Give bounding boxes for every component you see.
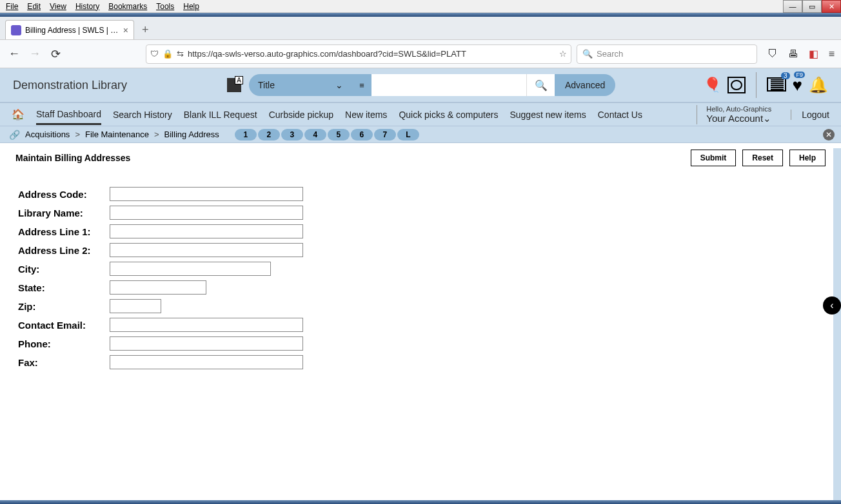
nav-suggest[interactable]: Suggest new items	[510, 110, 586, 120]
reset-button[interactable]: Reset	[742, 150, 783, 166]
breadcrumb-separator: >	[154, 130, 159, 139]
app-header: Demonstration Library Title ⌄ ≡ 🔍 Advanc…	[0, 68, 841, 103]
chevron-down-icon: ⌄	[335, 80, 343, 90]
language-icon[interactable]	[227, 78, 241, 92]
separator	[756, 72, 757, 98]
catalog-search-button[interactable]: 🔍	[526, 74, 555, 96]
browser-menubar: File Edit View History Bookmarks Tools H…	[0, 0, 841, 13]
input-library-name[interactable]	[110, 206, 303, 220]
collapse-panel-button[interactable]: ‹	[823, 296, 841, 315]
account-greeting: Hello, Auto-Graphics	[706, 105, 771, 113]
nav-curbside[interactable]: Curbside pickup	[269, 110, 333, 120]
list-badge: 3	[781, 72, 790, 79]
pagination-pills: 1 2 3 4 5 6 7 L	[235, 129, 419, 141]
page-5[interactable]: 5	[328, 129, 350, 141]
catalog-search-group: Title ⌄ ≡ 🔍 Advanced	[249, 74, 615, 96]
pocket-icon[interactable]: ⛉	[767, 48, 778, 60]
browser-search-box[interactable]: 🔍 Search	[577, 44, 757, 64]
breadcrumb-billing-address[interactable]: Billing Address	[164, 130, 219, 139]
input-city[interactable]	[110, 262, 271, 276]
nav-reload-button[interactable]: ⟳	[48, 47, 63, 61]
menu-history[interactable]: History	[71, 2, 104, 11]
help-button[interactable]: Help	[789, 150, 826, 166]
label-state: State:	[18, 282, 110, 293]
input-zip[interactable]	[110, 299, 161, 313]
advanced-search-button[interactable]: Advanced	[555, 74, 615, 96]
database-icon[interactable]: ≡	[352, 74, 371, 96]
page-3[interactable]: 3	[281, 129, 303, 141]
breadcrumb-separator: >	[75, 130, 80, 139]
page-4[interactable]: 4	[304, 129, 326, 141]
logout-link[interactable]: Logout	[791, 110, 829, 120]
window-maximize-button[interactable]: ▭	[802, 0, 822, 13]
url-bar[interactable]: 🛡 🔒 ⇆ https://qa-swls-verso.auto-graphic…	[146, 44, 571, 64]
nav-contact[interactable]: Contact Us	[598, 110, 642, 120]
input-address1[interactable]	[110, 224, 303, 238]
nav-search-history[interactable]: Search History	[113, 110, 172, 120]
close-icon[interactable]: ✕	[823, 129, 835, 141]
hamburger-menu-icon[interactable]: ≡	[829, 48, 835, 60]
tab-bar: Billing Address | SWLS | platt | A × +	[0, 17, 841, 40]
tab-close-icon[interactable]: ×	[123, 25, 128, 35]
new-tab-button[interactable]: +	[137, 21, 154, 39]
shield-icon[interactable]: 🛡	[150, 49, 159, 59]
bookmark-star-icon[interactable]: ☆	[559, 49, 567, 59]
catalog-search-input[interactable]	[371, 74, 526, 96]
right-edge	[833, 148, 841, 500]
breadcrumb-file-maintenance[interactable]: File Maintenance	[85, 130, 149, 139]
film-icon[interactable]	[727, 77, 746, 93]
search-scope-label: Title	[258, 80, 275, 90]
breadcrumb: 🔗 Acquisitions > File Maintenance > Bill…	[0, 126, 841, 143]
url-text: https://qa-swls-verso.auto-graphics.com/…	[188, 49, 555, 59]
page-1[interactable]: 1	[235, 129, 257, 141]
bell-icon[interactable]: 🔔	[809, 76, 828, 94]
nav-back-button[interactable]: ←	[6, 47, 22, 61]
input-address2[interactable]	[110, 243, 303, 257]
search-scope-dropdown[interactable]: Title ⌄	[249, 74, 352, 96]
lock-icon[interactable]: 🔒	[163, 49, 173, 59]
nav-new-items[interactable]: New items	[345, 110, 387, 120]
input-state[interactable]	[110, 280, 206, 295]
balloon-icon[interactable]: 🎈	[704, 77, 721, 93]
breadcrumb-acquisitions[interactable]: Acquisitions	[25, 130, 70, 139]
link-icon: 🔗	[9, 130, 20, 140]
menu-edit[interactable]: Edit	[23, 2, 45, 11]
menu-file[interactable]: File	[1, 2, 23, 11]
page-title: Maintain Billing Addresses	[15, 153, 130, 163]
search-placeholder: Search	[597, 49, 623, 59]
nav-forward-button[interactable]: →	[27, 47, 43, 61]
extension-icon[interactable]: ◧	[809, 48, 818, 60]
print-icon[interactable]: 🖶	[788, 48, 798, 60]
search-icon: 🔍	[582, 49, 593, 59]
submit-button[interactable]: Submit	[691, 150, 737, 166]
input-email[interactable]	[110, 318, 303, 332]
browser-navbar: ← → ⟳ 🛡 🔒 ⇆ https://qa-swls-verso.auto-g…	[0, 40, 841, 68]
input-fax[interactable]	[110, 355, 303, 369]
menu-help[interactable]: Help	[179, 2, 204, 11]
menu-view[interactable]: View	[45, 2, 71, 11]
input-phone[interactable]	[110, 336, 303, 351]
window-minimize-button[interactable]: —	[783, 0, 802, 13]
home-icon[interactable]: 🏠	[12, 108, 25, 121]
nav-blank-ill[interactable]: Blank ILL Request	[184, 110, 257, 120]
input-address-code[interactable]	[110, 187, 303, 201]
label-address1: Address Line 1:	[18, 226, 110, 237]
heart-icon: ♥	[793, 75, 802, 95]
favorites-button[interactable]: ♥ F9	[793, 75, 802, 95]
nav-staff-dashboard[interactable]: Staff Dashboard	[36, 109, 101, 125]
page-2[interactable]: 2	[258, 129, 280, 141]
window-close-button[interactable]: ✕	[822, 0, 841, 13]
tab-title: Billing Address | SWLS | platt | A	[25, 26, 119, 35]
chevron-down-icon: ⌄	[763, 113, 771, 124]
page-6[interactable]: 6	[351, 129, 373, 141]
account-menu[interactable]: Hello, Auto-Graphics Your Account⌄	[697, 105, 771, 124]
menu-tools[interactable]: Tools	[152, 2, 179, 11]
browser-tab[interactable]: Billing Address | SWLS | platt | A ×	[5, 20, 134, 39]
nav-quick-picks[interactable]: Quick picks & computers	[399, 110, 498, 120]
page-last[interactable]: L	[397, 129, 419, 141]
list-button[interactable]: 3	[767, 77, 786, 93]
menu-bookmarks[interactable]: Bookmarks	[104, 2, 152, 11]
label-phone: Phone:	[18, 338, 110, 349]
permissions-icon[interactable]: ⇆	[177, 49, 184, 59]
page-7[interactable]: 7	[374, 129, 396, 141]
